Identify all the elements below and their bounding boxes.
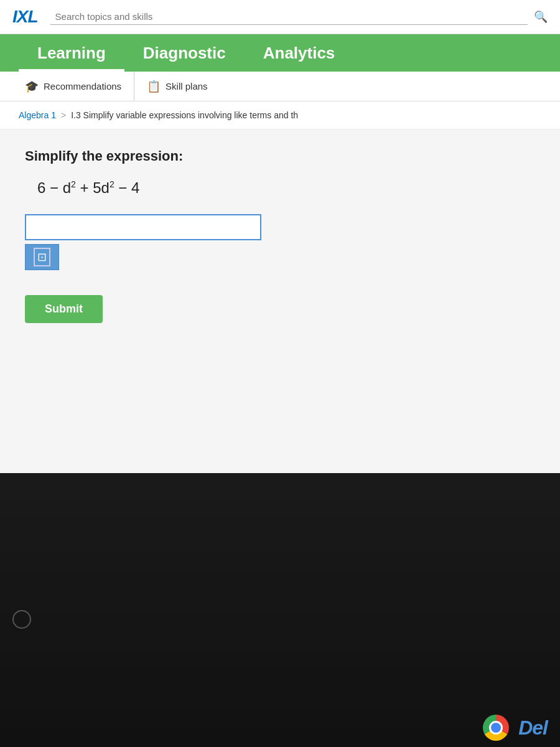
breadcrumb: Algebra 1 > I.3 Simplify variable expres…: [0, 101, 560, 129]
circle-button[interactable]: [12, 610, 31, 629]
bottom-area: Del: [0, 473, 560, 747]
answer-area: ⊡: [25, 214, 535, 270]
dell-logo: Del: [518, 716, 548, 740]
breadcrumb-current: I.3 Simplify variable expressions involv…: [71, 110, 298, 120]
answer-input[interactable]: [25, 214, 261, 240]
math-keyboard-icon: ⊡: [34, 248, 50, 266]
subnav-skillplans[interactable]: 📋 Skill plans: [134, 72, 220, 101]
subnav-recommendations[interactable]: 🎓 Recommendations: [12, 72, 134, 101]
tab-diagnostic[interactable]: Diagnostic: [124, 34, 245, 72]
submit-button[interactable]: Submit: [25, 295, 103, 323]
skillplans-icon: 📋: [147, 80, 161, 93]
search-bar: [50, 9, 528, 25]
tab-learning[interactable]: Learning: [19, 34, 124, 72]
taskbar: Del: [470, 708, 560, 747]
top-bar: IXL 🔍: [0, 0, 560, 34]
sub-nav: 🎓 Recommendations 📋 Skill plans: [0, 72, 560, 101]
app-container: IXL 🔍 Learning Diagnostic Analytics 🎓 Re…: [0, 0, 560, 473]
nav-bar: Learning Diagnostic Analytics: [0, 34, 560, 72]
tab-analytics[interactable]: Analytics: [245, 34, 354, 72]
search-input[interactable]: [55, 11, 523, 22]
recommendations-icon: 🎓: [25, 80, 39, 93]
math-expression: 6 − d2 + 5d2 − 4: [25, 179, 535, 197]
breadcrumb-parent[interactable]: Algebra 1: [19, 110, 56, 120]
main-content: Simplify the expression: 6 − d2 + 5d2 − …: [0, 129, 560, 342]
ixl-logo: IXL: [12, 7, 38, 27]
question-prompt: Simplify the expression:: [25, 148, 535, 164]
search-button[interactable]: 🔍: [534, 10, 548, 24]
breadcrumb-separator: >: [61, 110, 66, 120]
chrome-icon[interactable]: [483, 715, 509, 741]
math-keyboard-button[interactable]: ⊡: [25, 244, 59, 270]
